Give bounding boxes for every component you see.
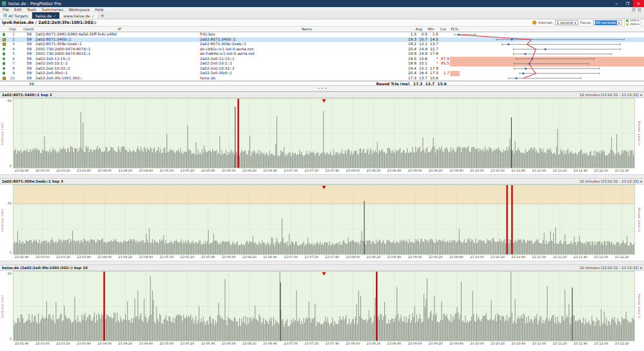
focus-select[interactable]: 60 seconds ▼ <box>593 20 621 25</box>
tab-heise[interactable]: heise.de ✓ <box>32 12 60 19</box>
round-trip-row[interactable]: 59 Round Trip (ms) 17.3 13.7 15.6 Focus:… <box>0 81 644 86</box>
menubar-icon-2[interactable] <box>638 8 641 12</box>
count-column-header[interactable]: Count <box>18 26 36 32</box>
latency-cell <box>450 61 644 66</box>
tab-all-targets[interactable]: ⊞ All Targets <box>0 12 32 19</box>
min-column-header[interactable]: Min <box>424 26 435 32</box>
x-tick-label: 23:11:20 <box>553 256 567 259</box>
packet-loss-band <box>450 61 644 66</box>
menubar-icon-1[interactable] <box>632 8 636 12</box>
y-axis-max-label: 50 <box>8 99 12 103</box>
pl-cell <box>439 42 450 47</box>
avg-cell: 18.8 <box>406 61 417 66</box>
count-cell: 59 <box>15 66 34 72</box>
pl-column-header[interactable]: PL% <box>448 26 459 32</box>
timeline-graph-body: 500Latency (ms)Packet Loss % <box>0 271 644 341</box>
y-axis-min-label: 0 <box>10 337 12 341</box>
right-axis-gutter: Packet Loss % <box>635 185 644 255</box>
hop-column-header[interactable]: Hop <box>9 26 17 32</box>
x-tick-label: 23:06:40 <box>263 342 277 345</box>
minimize-icon[interactable]: ─ <box>611 0 622 7</box>
new-tab-button[interactable]: + <box>99 12 106 19</box>
window-buttons: ─ ❐ ✕ <box>611 0 644 7</box>
timeline-graphs: 2a02:8071:3400::1 hop 210 minutes (23:02… <box>0 92 644 351</box>
y-axis-min-label: 0 <box>10 250 12 254</box>
status-column-header <box>0 26 8 32</box>
legend-color-swatch <box>626 23 629 26</box>
x-tick-label: 23:06:40 <box>263 256 277 259</box>
x-tick-label: 23:11:20 <box>553 342 567 345</box>
avg-column-header[interactable]: Avg <box>412 26 423 32</box>
x-tick-label: 23:07:40 <box>326 342 340 345</box>
target-title: ipv6:heise.de / 2a02:2e0:3fe:1001:302:: <box>0 20 97 25</box>
x-tick-label: 23:08:20 <box>367 256 381 259</box>
table-row[interactable]: 7592a02:2e0:10:1::12a02:2e0:10:1::118.81… <box>0 61 644 66</box>
tab-www-heise[interactable]: www.heise.de ✓ <box>60 12 99 19</box>
table-row[interactable]: 2592a02:8071:3400::12a02:8071:3400::119.… <box>0 37 644 43</box>
maximize-icon[interactable]: ❐ <box>622 0 633 7</box>
timeline-graph-body: 500Latency (ms)Packet Loss % <box>0 98 644 168</box>
menu-edit[interactable]: Edit <box>12 7 24 12</box>
timeline-plot-area[interactable] <box>13 185 635 255</box>
x-tick-label: 23:12:20 <box>615 342 629 345</box>
name-column-header[interactable]: Name <box>203 26 411 32</box>
min-cell: 14.9 <box>417 47 428 52</box>
menu-help[interactable]: Help <box>92 7 106 12</box>
timeline-plot-area[interactable] <box>13 98 635 168</box>
x-tick-label: 23:10:20 <box>491 169 505 172</box>
timeline-graph-label: 2a02:8071:3400::1 hop 2 <box>2 93 52 97</box>
table-row[interactable]: 6582a02:2e0:11:15::12a02:2e0:11:15::119.… <box>0 57 644 62</box>
timeline-plot-area[interactable] <box>13 271 635 341</box>
avg-cell: 19.9 <box>406 52 417 57</box>
menu-summaries[interactable]: Summaries <box>39 7 66 12</box>
alert-indicator-icon[interactable] <box>532 21 536 25</box>
cur-cell: 1.5 <box>428 32 439 37</box>
table-row[interactable]: 9592a02:2e0:3fe0::12a02:2e0:3fe0::120.41… <box>0 71 644 76</box>
table-row[interactable]: 8592a02:2e0:10:32::22a02:2e0:10:32::219.… <box>0 66 644 72</box>
x-tick-label: 23:03:20 <box>56 169 70 172</box>
x-tick-label: 23:06:40 <box>263 169 277 172</box>
menu-workspace[interactable]: Workspace <box>66 7 92 12</box>
timeline-range-select[interactable]: 10 minutes (23:02:32 - 23:12:32)▼ <box>580 93 642 97</box>
hop-cell: 8 <box>8 66 15 72</box>
name-cell: fritz.box <box>199 32 406 37</box>
ip-cell: 2a02:2e0:3fe:1001:302:: <box>34 76 199 81</box>
table-row[interactable]: 4592001:730:2d00:5474:807d::1de-cb91c-rc… <box>0 47 644 52</box>
timeline-range-select[interactable]: 10 minutes (23:02:32 - 23:12:32)▼ <box>580 266 642 270</box>
pl-cell <box>439 76 450 81</box>
pl-cell <box>439 32 450 37</box>
pl-cell: 85.5 <box>439 61 450 66</box>
pane-splitter-handle[interactable]: • • • <box>0 86 644 92</box>
x-tick-label: 23:07:00 <box>284 169 298 172</box>
x-tick-label: 23:09:00 <box>408 256 422 259</box>
ip-column-header[interactable]: IP <box>37 26 202 32</box>
hop-status-icon <box>0 57 8 62</box>
table-row[interactable]: 1592a02:8071:3481:6380:4a5d:35ff:fe4c:e4… <box>0 32 644 37</box>
table-row[interactable]: 5592001:730:2d00:5674:8015::1de-fra64d-r… <box>0 52 644 57</box>
interval-select[interactable]: 1 second ▼ <box>555 20 578 25</box>
menu-tools[interactable]: Tools <box>24 7 39 12</box>
timeline-range-select[interactable]: 10 minutes (23:02:32 - 23:12:32)▼ <box>580 179 642 183</box>
hop-status-icon <box>0 66 8 72</box>
timeline-graph: 2a02:8071:309e:2eab::1 hop 310 minutes (… <box>0 178 644 265</box>
table-row[interactable]: 3592a02:8071:309e:2eab::12a02:8071:309e:… <box>0 42 644 47</box>
tab-heise-label: heise.de <box>35 14 52 18</box>
timeline-graph-label: heise.de (2a02:2e0:3fe:1001:302::) hop 1… <box>2 266 88 270</box>
x-tick-label: 23:09:20 <box>429 169 443 172</box>
x-tick-label: 23:04:20 <box>119 169 133 172</box>
close-icon[interactable]: ✕ <box>633 0 644 7</box>
cur-column-header[interactable]: Cur <box>436 26 447 32</box>
x-tick-label: 23:07:00 <box>284 256 298 259</box>
menu-file[interactable]: File <box>0 7 12 12</box>
latency-cell <box>450 76 644 81</box>
name-cell: 2a02:2e0:10:32::2 <box>199 66 406 72</box>
name-cell: de-fra64d-rc1-lo0-0.aorta.net <box>199 52 406 57</box>
x-tick-label: 23:08:40 <box>387 342 402 345</box>
x-tick-label: 23:11:00 <box>532 169 547 172</box>
x-tick-label: 23:07:20 <box>304 256 318 259</box>
pingplotter-window: heise.de - PingPlotter Pro ─ ❐ ✕ File Ed… <box>0 0 644 351</box>
x-tick-label: 23:12:00 <box>594 342 609 345</box>
table-row[interactable]: 10592a02:2e0:3fe:1001:302::heise.de17.31… <box>0 76 644 81</box>
count-cell: 59 <box>15 61 34 66</box>
x-tick-label: 23:11:40 <box>574 169 588 172</box>
